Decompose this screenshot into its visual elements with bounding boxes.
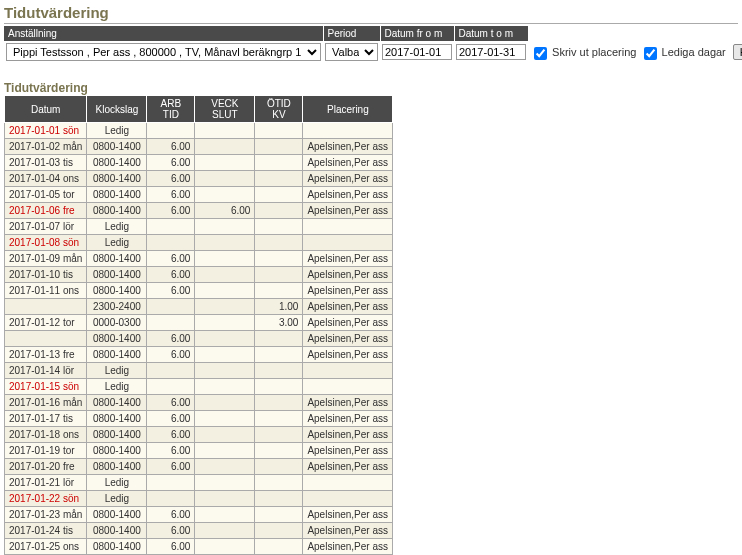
table-row: 2300-24001.00Apelsinen,Per ass — [5, 299, 393, 315]
table-row: 2017-01-06 fre0800-14006.006.00Apelsinen… — [5, 203, 393, 219]
cell-otid — [255, 507, 303, 523]
cell-clock: Ledig — [87, 363, 147, 379]
col-header-arb: ARB TID — [147, 96, 195, 123]
cell-arb: 6.00 — [147, 155, 195, 171]
cell-veck — [195, 347, 255, 363]
cell-otid — [255, 395, 303, 411]
cell-veck — [195, 155, 255, 171]
divider — [4, 23, 738, 24]
cell-arb — [147, 315, 195, 331]
cell-veck — [195, 539, 255, 555]
cell-date: 2017-01-14 lör — [5, 363, 87, 379]
cell-otid: 1.00 — [255, 299, 303, 315]
cell-plac — [303, 123, 393, 139]
cell-plac: Apelsinen,Per ass — [303, 251, 393, 267]
cell-clock: 0800-1400 — [87, 171, 147, 187]
cell-otid — [255, 251, 303, 267]
cell-date — [5, 299, 87, 315]
cell-plac: Apelsinen,Per ass — [303, 315, 393, 331]
cell-arb: 6.00 — [147, 283, 195, 299]
cell-plac: Apelsinen,Per ass — [303, 427, 393, 443]
cell-plac: Apelsinen,Per ass — [303, 267, 393, 283]
cell-arb — [147, 299, 195, 315]
cell-plac: Apelsinen,Per ass — [303, 203, 393, 219]
cell-clock: 0800-1400 — [87, 251, 147, 267]
cell-clock: 0800-1400 — [87, 283, 147, 299]
cell-arb: 6.00 — [147, 171, 195, 187]
cell-plac — [303, 379, 393, 395]
cell-date: 2017-01-12 tor — [5, 315, 87, 331]
fetch-button[interactable]: Hämta — [733, 44, 742, 60]
cell-plac — [303, 491, 393, 507]
col-header-plac: Placering — [303, 96, 393, 123]
date-from-input[interactable] — [382, 44, 452, 60]
employment-select[interactable]: Pippi Testsson , Per ass , 800000 , TV, … — [6, 43, 321, 61]
table-row: 2017-01-09 mån0800-14006.00Apelsinen,Per… — [5, 251, 393, 267]
table-row: 2017-01-14 lörLedig — [5, 363, 393, 379]
cell-plac: Apelsinen,Per ass — [303, 299, 393, 315]
cell-clock: 0800-1400 — [87, 139, 147, 155]
period-select[interactable]: Valbar — [325, 43, 378, 61]
free-days-checkbox[interactable] — [644, 47, 657, 60]
cell-veck — [195, 443, 255, 459]
cell-otid — [255, 411, 303, 427]
date-to-input[interactable] — [456, 44, 526, 60]
cell-veck — [195, 123, 255, 139]
cell-clock: Ledig — [87, 379, 147, 395]
cell-clock: 0800-1400 — [87, 459, 147, 475]
cell-otid — [255, 187, 303, 203]
cell-veck — [195, 523, 255, 539]
cell-arb — [147, 235, 195, 251]
cell-date: 2017-01-20 fre — [5, 459, 87, 475]
cell-arb — [147, 475, 195, 491]
cell-veck — [195, 251, 255, 267]
table-row: 2017-01-13 fre0800-14006.00Apelsinen,Per… — [5, 347, 393, 363]
cell-date: 2017-01-19 tor — [5, 443, 87, 459]
cell-arb: 6.00 — [147, 411, 195, 427]
cell-veck — [195, 235, 255, 251]
cell-clock: Ledig — [87, 475, 147, 491]
cell-otid — [255, 331, 303, 347]
print-placement-checkbox[interactable] — [534, 47, 547, 60]
cell-arb: 6.00 — [147, 459, 195, 475]
cell-arb: 6.00 — [147, 267, 195, 283]
table-row: 2017-01-07 lörLedig — [5, 219, 393, 235]
cell-date: 2017-01-22 sön — [5, 491, 87, 507]
cell-clock: 0800-1400 — [87, 443, 147, 459]
cell-plac: Apelsinen,Per ass — [303, 523, 393, 539]
cell-clock: 2300-2400 — [87, 299, 147, 315]
cell-arb: 6.00 — [147, 395, 195, 411]
cell-arb — [147, 491, 195, 507]
cell-otid — [255, 427, 303, 443]
cell-clock: 0800-1400 — [87, 507, 147, 523]
cell-clock: 0800-1400 — [87, 523, 147, 539]
cell-veck — [195, 491, 255, 507]
table-row: 2017-01-02 mån0800-14006.00Apelsinen,Per… — [5, 139, 393, 155]
cell-arb: 6.00 — [147, 187, 195, 203]
cell-plac: Apelsinen,Per ass — [303, 459, 393, 475]
cell-otid — [255, 475, 303, 491]
filter-header-date-from: Datum fr o m — [380, 26, 454, 41]
cell-otid — [255, 459, 303, 475]
cell-date: 2017-01-24 tis — [5, 523, 87, 539]
table-row: 2017-01-23 mån0800-14006.00Apelsinen,Per… — [5, 507, 393, 523]
cell-arb: 6.00 — [147, 523, 195, 539]
cell-plac: Apelsinen,Per ass — [303, 283, 393, 299]
cell-veck — [195, 507, 255, 523]
cell-veck — [195, 283, 255, 299]
cell-date: 2017-01-13 fre — [5, 347, 87, 363]
table-row: 2017-01-15 sönLedig — [5, 379, 393, 395]
page-title: Tidutvärdering — [4, 4, 738, 21]
table-row: 2017-01-05 tor0800-14006.00Apelsinen,Per… — [5, 187, 393, 203]
cell-veck — [195, 139, 255, 155]
table-row: 2017-01-03 tis0800-14006.00Apelsinen,Per… — [5, 155, 393, 171]
cell-arb — [147, 379, 195, 395]
cell-veck — [195, 299, 255, 315]
cell-plac: Apelsinen,Per ass — [303, 155, 393, 171]
cell-plac — [303, 219, 393, 235]
cell-veck — [195, 171, 255, 187]
table-row: 2017-01-04 ons0800-14006.00Apelsinen,Per… — [5, 171, 393, 187]
cell-veck — [195, 267, 255, 283]
cell-arb: 6.00 — [147, 427, 195, 443]
cell-plac: Apelsinen,Per ass — [303, 139, 393, 155]
